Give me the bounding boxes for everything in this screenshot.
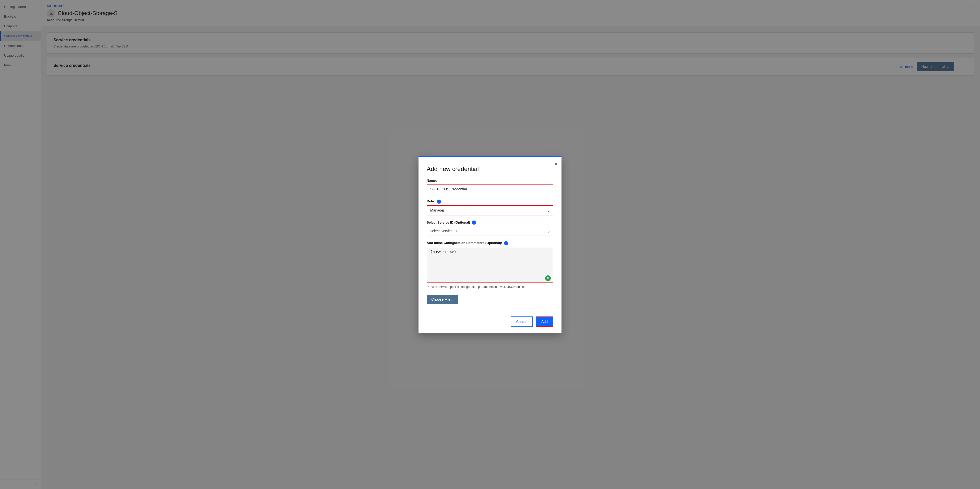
modal-footer: Cancel Add — [427, 312, 553, 327]
role-field-group: Role: i Manager Writer Reader ⌄ — [427, 199, 553, 215]
add-credential-modal: × Add new credential Name: Role: i Manag… — [418, 156, 562, 333]
role-select-wrapper: Manager Writer Reader ⌄ — [427, 205, 553, 215]
service-id-select[interactable] — [427, 226, 553, 236]
inline-config-field-group: Add Inline Configuration Parameters (Opt… — [427, 241, 553, 289]
modal-close-button[interactable]: × — [554, 161, 557, 167]
role-label: Role: i — [427, 199, 553, 204]
choose-file-button[interactable]: Choose File... — [427, 295, 458, 304]
choose-file-group: Choose File... — [427, 294, 553, 304]
name-field-group: Name: — [427, 179, 553, 194]
name-input[interactable] — [427, 184, 553, 194]
refresh-icon[interactable]: ↻ — [545, 275, 551, 281]
name-label: Name: — [427, 179, 553, 183]
inline-config-label: Add Inline Configuration Parameters (Opt… — [427, 241, 553, 245]
service-id-label: Select Service ID (Optional) i — [427, 221, 553, 225]
role-select[interactable]: Manager Writer Reader — [427, 205, 553, 215]
inline-config-hint: Provide service-specific configuration p… — [427, 285, 553, 289]
inline-config-textarea-wrapper: {"HMAC":true} ↻ — [427, 247, 553, 284]
inline-config-info-icon[interactable]: i — [504, 241, 508, 245]
service-id-select-wrapper: ⌄ Select Service ID... — [427, 226, 553, 236]
add-button[interactable]: Add — [536, 316, 553, 327]
cancel-button[interactable]: Cancel — [511, 316, 533, 327]
modal-overlay: × Add new credential Name: Role: i Manag… — [0, 0, 980, 489]
inline-config-textarea[interactable]: {"HMAC":true} — [427, 247, 553, 283]
service-id-field-group: Select Service ID (Optional) i ⌄ Select … — [427, 221, 553, 236]
service-id-info-icon[interactable]: i — [472, 221, 476, 225]
role-info-icon[interactable]: i — [437, 200, 441, 204]
modal-title: Add new credential — [427, 165, 553, 173]
